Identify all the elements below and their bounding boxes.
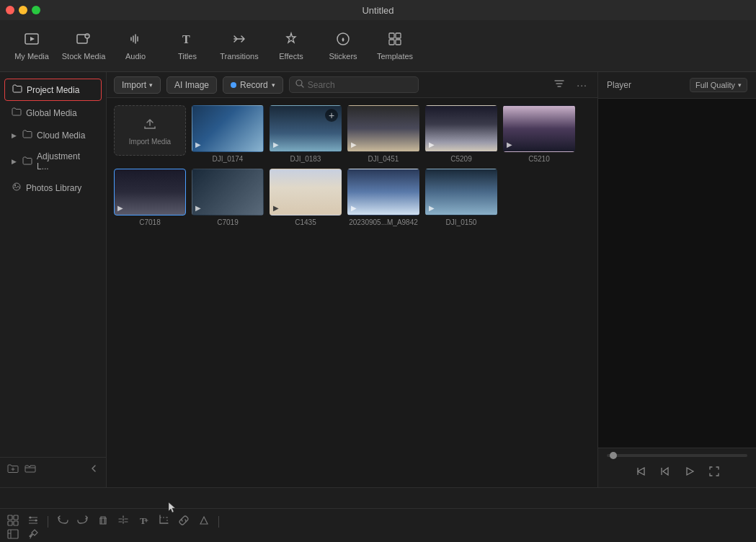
- search-input[interactable]: [308, 80, 412, 90]
- toolbar-stickers[interactable]: Stickers: [317, 25, 369, 68]
- main-area: Project Media Global Media ▶ Cloud Media…: [0, 72, 756, 487]
- record-label: Record: [240, 80, 268, 90]
- toolbar-transitions[interactable]: Transitions: [213, 25, 265, 68]
- transitions-icon: [231, 31, 247, 49]
- media-label-c7018: C7018: [114, 218, 186, 226]
- close-button[interactable]: [6, 6, 14, 14]
- redo-icon[interactable]: [77, 515, 89, 528]
- player-thumb[interactable]: [610, 452, 617, 459]
- media-label-c5210: C5210: [503, 155, 575, 163]
- scene-icon[interactable]: [7, 528, 19, 542]
- import-label: Import: [122, 80, 146, 90]
- content-toolbar: Import ▾ AI Image Record ▾: [107, 72, 597, 98]
- svg-marker-1: [30, 37, 35, 41]
- sidebar-item-adjustment[interactable]: ▶ Adjustment L...: [4, 147, 102, 176]
- trim-tool-icon[interactable]: [27, 515, 39, 528]
- link-icon[interactable]: [178, 515, 190, 528]
- ai-image-button[interactable]: AI Image: [166, 76, 217, 94]
- record-button[interactable]: Record ▾: [223, 76, 283, 94]
- player-play-button[interactable]: [682, 464, 697, 481]
- media-item-dji0451[interactable]: ▶ DJI_0451: [347, 105, 419, 163]
- add-icon[interactable]: +: [325, 109, 338, 122]
- svg-point-11: [14, 185, 16, 186]
- content-area: Import ▾ AI Image Record ▾: [107, 72, 597, 487]
- maximize-button[interactable]: [32, 6, 40, 14]
- media-item-c1435[interactable]: ▶ C1435: [270, 169, 342, 226]
- video-icon4: ▶: [429, 141, 435, 148]
- divider-2: [218, 516, 219, 528]
- window-title: Untitled: [362, 5, 393, 16]
- media-label-c1435: C1435: [270, 218, 342, 226]
- media-item-c5209[interactable]: ▶ C5209: [425, 105, 497, 163]
- import-media-tile[interactable]: Import Media: [114, 105, 186, 163]
- crop-icon[interactable]: [158, 515, 169, 528]
- main-toolbar: My Media Stock Media Audio T Titles: [0, 20, 756, 72]
- select-tool-icon[interactable]: [7, 515, 19, 528]
- media-item-dji0150[interactable]: ▶ DJI_0150: [425, 169, 497, 226]
- arrow-icon2: ▶: [12, 158, 17, 165]
- media-label-c7019: C7019: [192, 218, 264, 226]
- sidebar-item-project-media[interactable]: Project Media: [4, 79, 102, 101]
- more-icon: ···: [577, 79, 587, 91]
- sidebar-item-global-media[interactable]: Global Media: [4, 102, 102, 123]
- import-chevron-icon: ▾: [149, 81, 153, 89]
- player-buttons: [607, 464, 747, 481]
- video-icon2: ▶: [273, 141, 279, 148]
- transitions-label: Transitions: [220, 52, 258, 61]
- import-button[interactable]: Import ▾: [114, 76, 161, 94]
- media-item-c5210[interactable]: ▶ C5210: [503, 105, 575, 163]
- player-fullscreen-button[interactable]: [707, 464, 721, 481]
- svg-rect-7: [396, 33, 401, 38]
- new-folder-icon[interactable]: [7, 463, 19, 476]
- toolbar-templates[interactable]: Templates: [369, 25, 421, 68]
- player-progress-bar[interactable]: [607, 454, 747, 457]
- more-options-button[interactable]: ···: [574, 76, 590, 94]
- video-icon3: ▶: [351, 141, 357, 148]
- media-label-dji0183: DJI_0183: [270, 155, 342, 163]
- sidebar-item-photos-library[interactable]: Photos Library: [4, 177, 102, 198]
- quality-selector[interactable]: Full Quality ▾: [690, 78, 747, 92]
- cloud-media-label: Cloud Media: [37, 130, 85, 141]
- toolbar-titles[interactable]: T Titles: [161, 25, 213, 68]
- undo-icon[interactable]: [57, 515, 68, 528]
- filter-button[interactable]: [551, 75, 568, 94]
- player-label: Player: [607, 80, 631, 90]
- svg-rect-8: [389, 40, 394, 45]
- media-label-dji0174: DJI_0174: [192, 155, 264, 163]
- titles-icon: T: [179, 31, 195, 49]
- open-folder-icon[interactable]: [25, 463, 36, 476]
- collapse-sidebar-icon[interactable]: [89, 463, 99, 476]
- media-label-dji0150: DJI_0150: [425, 218, 497, 226]
- media-item-dji0174[interactable]: ▶ DJI_0174: [192, 105, 264, 163]
- titlebar: Untitled: [0, 0, 756, 20]
- player-step-back-button[interactable]: [658, 464, 672, 481]
- titles-label: Titles: [178, 52, 197, 61]
- text-overlay-icon[interactable]: T: [138, 515, 149, 528]
- folder-icon: [12, 84, 22, 96]
- window-controls: [6, 6, 40, 14]
- divider-1: [48, 516, 48, 528]
- media-item-c7018[interactable]: ▶ C7018: [114, 169, 186, 226]
- toolbar-audio[interactable]: Audio: [110, 25, 161, 68]
- search-box[interactable]: [289, 76, 419, 93]
- toolbar-stock-media[interactable]: Stock Media: [58, 25, 110, 68]
- adjustment-folder-icon: [22, 156, 32, 168]
- audio-icon: [128, 31, 143, 49]
- media-item-c7019[interactable]: ▶ C7019: [192, 169, 264, 226]
- split-icon[interactable]: [117, 515, 129, 528]
- delete-icon[interactable]: [97, 515, 109, 528]
- media-item-dji0183[interactable]: + ▶ DJI_0183: [270, 105, 342, 163]
- media-label-c5209: C5209: [425, 155, 497, 163]
- toolbar-effects[interactable]: Effects: [265, 25, 317, 68]
- templates-icon: [387, 31, 403, 49]
- svg-marker-13: [687, 468, 693, 475]
- minimize-button[interactable]: [19, 6, 27, 14]
- media-item-20230905[interactable]: ▶ 20230905...M_A9842: [347, 169, 419, 226]
- player-skip-back-button[interactable]: [633, 464, 648, 481]
- sidebar-item-cloud-media[interactable]: ▶ Cloud Media: [4, 125, 102, 146]
- shape-icon[interactable]: [198, 515, 210, 528]
- video-icon5: ▶: [507, 141, 512, 148]
- toolbar-my-media[interactable]: My Media: [6, 25, 58, 68]
- svg-rect-17: [14, 521, 18, 525]
- pin-icon[interactable]: [27, 528, 39, 542]
